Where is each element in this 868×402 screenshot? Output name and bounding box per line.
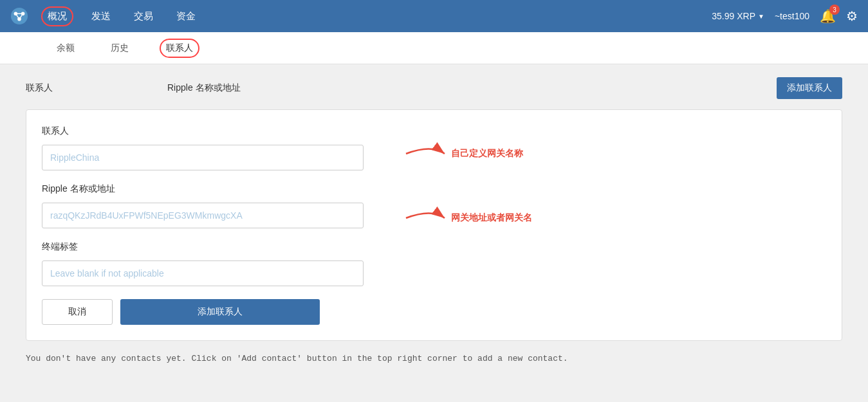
sub-nav-contacts[interactable]: 联系人 xyxy=(160,39,199,58)
annotation-1-text: 自己定义网关名称 xyxy=(451,148,523,160)
contacts-header-row: 联系人 Ripple 名称或地址 添加联系人 xyxy=(26,77,842,99)
sub-nav-history[interactable]: 历史 xyxy=(106,40,134,57)
top-nav-left: 概况 发送 交易 资金 xyxy=(10,6,201,26)
main-content: 联系人 Ripple 名称或地址 添加联系人 联系人 自己定义网关名称 Ri xyxy=(0,64,868,376)
notifications-button[interactable]: 🔔 3 xyxy=(820,8,836,24)
nav-item-send[interactable]: 发送 xyxy=(86,8,116,25)
nav-item-trade[interactable]: 交易 xyxy=(129,8,158,25)
svg-point-0 xyxy=(11,8,28,24)
no-contacts-message: You don't have any contacts yet. Click o… xyxy=(26,354,842,363)
annotation-2-text: 网关地址或者网关名 xyxy=(451,212,532,224)
balance-amount: 35.99 XRP xyxy=(712,11,755,21)
settings-icon[interactable]: ⚙ xyxy=(846,8,858,24)
balance-dropdown-icon: ▼ xyxy=(758,13,764,20)
terminal-tag-input[interactable] xyxy=(42,260,364,286)
terminal-label: 终端标签 xyxy=(42,241,826,253)
annotation-name: 自己定义网关名称 xyxy=(400,141,523,167)
contacts-column-header: 联系人 xyxy=(26,82,167,94)
terminal-tag-row: 终端标签 xyxy=(42,241,826,286)
add-contact-submit-button[interactable]: 添加联系人 xyxy=(120,299,320,325)
contact-label: 联系人 xyxy=(42,125,826,137)
account-name: ~test100 xyxy=(775,11,809,21)
ripple-logo-icon xyxy=(10,7,28,25)
ripple-address-input[interactable] xyxy=(42,203,364,228)
annotation-ripple: 网关地址或者网关名 xyxy=(400,205,532,231)
nav-item-overview[interactable]: 概况 xyxy=(41,6,73,26)
add-contact-header-button[interactable]: 添加联系人 xyxy=(777,77,842,99)
top-nav: 概况 发送 交易 资金 35.99 XRP ▼ ~test100 🔔 3 ⚙ xyxy=(0,0,868,32)
top-nav-right: 35.99 XRP ▼ ~test100 🔔 3 ⚙ xyxy=(712,8,858,24)
ripple-column-header: Ripple 名称或地址 xyxy=(167,82,777,94)
balance-display[interactable]: 35.99 XRP ▼ xyxy=(712,11,764,21)
arrow-1-icon xyxy=(400,141,451,167)
nav-item-fund[interactable]: 资金 xyxy=(171,8,201,25)
cancel-button[interactable]: 取消 xyxy=(42,299,113,325)
ripple-label: Ripple 名称或地址 xyxy=(42,183,826,195)
notification-badge: 3 xyxy=(829,5,840,15)
sub-nav-balance[interactable]: 余额 xyxy=(51,40,80,57)
arrow-2-icon xyxy=(400,205,451,231)
contact-name-input[interactable] xyxy=(42,145,364,170)
form-buttons: 取消 添加联系人 xyxy=(42,299,826,325)
add-contact-form: 联系人 自己定义网关名称 Ripple 名称或地址 xyxy=(26,109,842,341)
sub-nav: 余额 历史 联系人 xyxy=(0,32,868,64)
